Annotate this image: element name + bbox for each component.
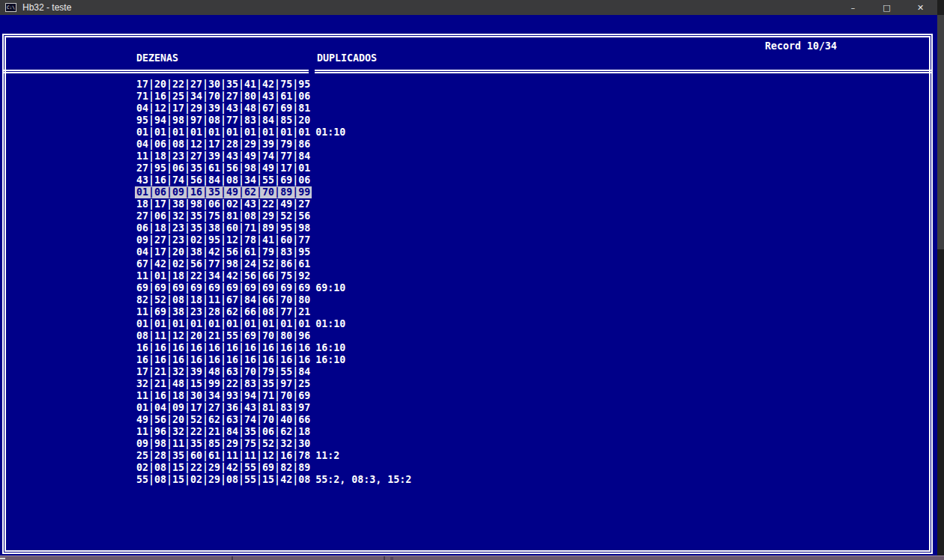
table-row[interactable]: 04|06|08|12|17|28|29|39|79|86 (136, 139, 411, 150)
bottom-strip-tick (390, 557, 393, 560)
dezenas-cell: 17|21|32|39|48|63|70|79|55|84 (135, 366, 312, 378)
window-controls: – □ ✕ (836, 0, 937, 15)
column-header-dezenas: DEZENAS (136, 52, 178, 64)
table-row[interactable]: 11|96|32|22|21|84|35|06|62|18 (136, 426, 411, 438)
dezenas-cell: 01|06|09|16|35|49|62|70|89|99 (135, 186, 312, 198)
dezenas-cell: 09|27|23|02|95|12|78|41|60|77 (135, 234, 312, 246)
dezenas-cell: 11|18|23|27|39|43|49|74|77|84 (135, 150, 312, 162)
dezenas-cell: 67|42|02|56|77|98|24|52|86|61 (135, 258, 312, 270)
minimize-button[interactable]: – (836, 0, 870, 15)
scrollbar-thumb[interactable] (937, 15, 944, 249)
column-header-duplicados: DUPLICADOS (317, 52, 377, 64)
header-divider-dezenas (2, 70, 309, 73)
table-row[interactable]: 08|11|12|20|21|55|69|70|80|96 (136, 330, 411, 342)
table-row[interactable]: 49|56|20|52|62|63|74|70|40|66 (136, 414, 411, 426)
dezenas-cell: 27|06|32|35|75|81|08|29|52|56 (135, 210, 312, 222)
table-row[interactable]: 16|16|16|16|16|16|16|16|16|1616:10 (136, 342, 411, 354)
dezenas-cell: 11|69|38|23|28|62|66|08|77|21 (135, 306, 312, 318)
table-row[interactable]: 11|16|18|30|34|93|94|71|70|69 (136, 390, 411, 402)
dezenas-cell: 06|18|23|35|38|60|71|89|95|98 (135, 222, 312, 234)
dezenas-cell: 04|12|17|29|39|43|48|67|69|81 (135, 103, 312, 115)
dezenas-cell: 01|01|01|01|01|01|01|01|01|01 (135, 127, 312, 139)
table-row[interactable]: 04|17|20|38|42|56|61|79|83|95 (136, 246, 411, 258)
dezenas-cell: 82|52|08|18|11|67|84|66|70|80 (135, 294, 312, 306)
table-row[interactable]: 01|04|09|17|27|36|43|81|83|97 (136, 402, 411, 414)
table-row[interactable]: 95|94|98|97|08|77|83|84|85|20 (136, 115, 411, 127)
dezenas-cell: 43|16|74|56|84|08|34|55|69|06 (135, 174, 312, 186)
console-icon: C:\ (5, 3, 16, 12)
dezenas-cell: 17|20|22|27|30|35|41|42|75|95 (135, 79, 312, 91)
table-row[interactable]: 69|69|69|69|69|69|69|69|69|6969:10 (136, 282, 411, 294)
table-row[interactable]: 43|16|74|56|84|08|34|55|69|06 (136, 174, 411, 186)
title-bar: C:\ Hb32 - teste – □ ✕ (0, 0, 937, 15)
bottom-strip (0, 556, 944, 560)
table-row[interactable]: 11|18|23|27|39|43|49|74|77|84 (136, 150, 411, 162)
table-row[interactable]: 02|08|15|22|29|42|55|69|82|89 (136, 462, 411, 474)
dezenas-cell: 01|04|09|17|27|36|43|81|83|97 (135, 402, 312, 414)
duplicados-cell: 01:10 (315, 318, 345, 330)
table-row[interactable]: 01|01|01|01|01|01|01|01|01|0101:10 (136, 127, 411, 139)
maximize-button[interactable]: □ (870, 0, 904, 15)
duplicados-cell: 55:2, 08:3, 15:2 (315, 474, 411, 486)
dezenas-cell: 04|06|08|12|17|28|29|39|79|86 (135, 139, 312, 150)
table-row[interactable]: 09|98|11|35|85|29|75|52|32|30 (136, 438, 411, 450)
table-row[interactable]: 01|01|01|01|01|01|01|01|01|0101:10 (136, 318, 411, 330)
duplicados-cell: 11:2 (315, 450, 339, 462)
table-row[interactable]: 18|17|38|98|06|02|43|22|49|27 (136, 198, 411, 210)
dezenas-cell: 95|94|98|97|08|77|83|84|85|20 (135, 115, 312, 127)
table-row[interactable]: 17|21|32|39|48|63|70|79|55|84 (136, 366, 411, 378)
rows: 17|20|22|27|30|35|41|42|75|9571|16|25|34… (136, 79, 411, 486)
dezenas-cell: 27|95|06|35|61|56|98|49|17|01 (135, 162, 312, 174)
record-counter: Record 10/34 (765, 40, 837, 52)
vertical-scrollbar[interactable] (937, 0, 944, 556)
dezenas-cell: 02|08|15|22|29|42|55|69|82|89 (135, 462, 312, 474)
table-row[interactable]: 11|69|38|23|28|62|66|08|77|21 (136, 306, 411, 318)
duplicados-cell: 69:10 (315, 282, 345, 294)
table-row[interactable]: 55|08|15|02|29|08|55|15|42|0855:2, 08:3,… (136, 474, 411, 486)
table-row[interactable]: 32|21|48|15|99|22|83|35|97|25 (136, 378, 411, 390)
dezenas-cell: 16|16|16|16|16|16|16|16|16|16 (135, 342, 312, 354)
table-row[interactable]: 04|12|17|29|39|43|48|67|69|81 (136, 103, 411, 115)
dezenas-cell: 55|08|15|02|29|08|55|15|42|08 (135, 474, 312, 486)
table-row[interactable]: 16|16|16|16|16|16|16|16|16|1616:10 (136, 354, 411, 366)
dezenas-cell: 16|16|16|16|16|16|16|16|16|16 (135, 354, 312, 366)
table-row[interactable]: 82|52|08|18|11|67|84|66|70|80 (136, 294, 411, 306)
table-row[interactable]: 06|18|23|35|38|60|71|89|95|98 (136, 222, 411, 234)
dezenas-cell: 11|16|18|30|34|93|94|71|70|69 (135, 390, 312, 402)
dezenas-cell: 11|01|18|22|34|42|56|66|75|92 (135, 270, 312, 282)
dezenas-cell: 71|16|25|34|70|27|80|43|61|06 (135, 91, 312, 103)
table-row[interactable]: 67|42|02|56|77|98|24|52|86|61 (136, 258, 411, 270)
duplicados-cell: 16:10 (315, 354, 345, 366)
table-row[interactable]: 27|95|06|35|61|56|98|49|17|01 (136, 162, 411, 174)
table-row[interactable]: 17|20|22|27|30|35|41|42|75|95 (136, 79, 411, 91)
bottom-strip-tick (384, 556, 385, 560)
table-row[interactable]: 27|06|32|35|75|81|08|29|52|56 (136, 210, 411, 222)
close-button[interactable]: ✕ (904, 0, 937, 15)
table-row[interactable]: 11|01|18|22|34|42|56|66|75|92 (136, 270, 411, 282)
dezenas-cell: 25|28|35|60|61|11|11|12|16|78 (135, 450, 312, 462)
header-divider-duplicados (315, 70, 933, 73)
table-row[interactable]: 09|27|23|02|95|12|78|41|60|77 (136, 234, 411, 246)
duplicados-cell: 16:10 (315, 342, 345, 354)
bottom-strip-tick (232, 556, 233, 560)
window-title: Hb32 - teste (22, 2, 71, 13)
dezenas-cell: 49|56|20|52|62|63|74|70|40|66 (135, 414, 312, 426)
dezenas-cell: 18|17|38|98|06|02|43|22|49|27 (135, 198, 312, 210)
dezenas-cell: 01|01|01|01|01|01|01|01|01|01 (135, 318, 312, 330)
dezenas-cell: 32|21|48|15|99|22|83|35|97|25 (135, 378, 312, 390)
duplicados-cell: 01:10 (315, 127, 345, 139)
console-screen: Record 10/34 DEZENAS DUPLICADOS 17|20|22… (0, 15, 937, 556)
table-row[interactable]: 01|06|09|16|35|49|62|70|89|99 (136, 186, 411, 198)
table-row[interactable]: 25|28|35|60|61|11|11|12|16|7811:2 (136, 450, 411, 462)
dezenas-cell: 09|98|11|35|85|29|75|52|32|30 (135, 438, 312, 450)
bottom-strip-dash (0, 558, 5, 559)
dezenas-cell: 11|96|32|22|21|84|35|06|62|18 (135, 426, 312, 438)
table-row[interactable]: 71|16|25|34|70|27|80|43|61|06 (136, 91, 411, 103)
dezenas-cell: 69|69|69|69|69|69|69|69|69|69 (135, 282, 312, 294)
dezenas-cell: 08|11|12|20|21|55|69|70|80|96 (135, 330, 312, 342)
dezenas-cell: 04|17|20|38|42|56|61|79|83|95 (135, 246, 312, 258)
